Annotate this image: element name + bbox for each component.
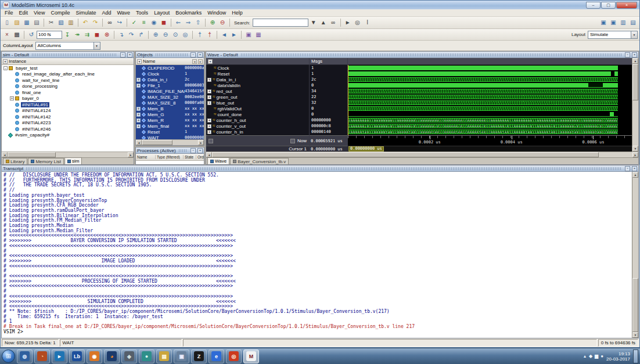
drag-handle[interactable] <box>26 167 622 170</box>
tree-item[interactable]: final_one <box>2 89 134 96</box>
restart-icon[interactable]: ↺ <box>27 30 36 39</box>
instance-column-header[interactable]: ▼ Instance <box>2 58 134 65</box>
scroll-right-icon[interactable]: ► <box>198 140 204 145</box>
taskbar-app-icon-13[interactable]: ◎ <box>226 349 242 363</box>
wave-close-button[interactable]: × <box>632 52 637 57</box>
waveform-row[interactable] <box>348 100 632 106</box>
leaf-names-icon[interactable]: ▣ <box>244 30 253 39</box>
wave-canvas[interactable]: (00000000)(00000000)(00000000)(00000000)… <box>348 58 632 152</box>
menu-item-help[interactable]: Help <box>229 10 246 16</box>
tree-item[interactable]: wait_for_next_line <box>2 77 134 84</box>
close-button[interactable]: × <box>616 2 637 9</box>
filter-icon[interactable]: ▼ <box>137 59 142 64</box>
expand-window-icon[interactable]: ▩ <box>12 30 21 39</box>
run-length-input[interactable] <box>37 31 62 39</box>
compile-icon[interactable]: ✓ <box>130 18 139 27</box>
scroll-left-icon[interactable]: ◄ <box>136 140 142 145</box>
prev-cursor-icon[interactable]: ◄ <box>220 30 229 39</box>
transcript-dock-button[interactable]: ▫ <box>625 166 630 171</box>
filter-icon[interactable]: ▼ <box>3 59 8 64</box>
drag-handle[interactable] <box>156 53 188 56</box>
search-input[interactable] <box>253 19 308 27</box>
scrollbar-thumb[interactable] <box>142 140 172 145</box>
sim-horizontal-scrollbar[interactable]: ◄ ► <box>2 152 134 157</box>
tree-item[interactable]: #INITIAL#223 <box>2 120 134 127</box>
tab-memory-list[interactable]: Memory List <box>28 158 64 164</box>
tree-item[interactable]: +bayer_0 <box>2 96 134 102</box>
objects-row[interactable]: +Mem_Gxx xx xx <box>136 111 204 117</box>
expand-icon[interactable]: + <box>207 124 211 128</box>
delete-cursor-icon[interactable]: † <box>205 30 214 39</box>
processes-panel-header[interactable]: Processes (Active) ▫ × <box>136 147 204 154</box>
expand-icon[interactable]: + <box>207 89 211 93</box>
transcript-console[interactable]: # // DISCLOSURE UNDER THE FREEDOM OF INF… <box>2 172 632 338</box>
objects-header-button-1[interactable]: ◂ <box>192 59 197 64</box>
processes-close-button[interactable]: × <box>197 148 203 153</box>
objects-row[interactable]: +WAIT00000000 <box>136 135 204 139</box>
processes-column-3[interactable]: State <box>184 155 196 159</box>
tray-icon-3[interactable]: ● <box>601 354 603 359</box>
transcript-prompt[interactable]: VSIM 2> <box>3 330 632 335</box>
maximize-button[interactable]: ▢ <box>601 2 616 9</box>
tray-icon-1[interactable]: ◆ <box>589 354 592 359</box>
expand-icon[interactable]: + <box>136 113 141 117</box>
expand-icon[interactable]: + <box>136 78 141 82</box>
env-up-icon[interactable]: ⇧ <box>193 18 203 27</box>
tree-item[interactable]: #INITIAL#124 <box>2 108 134 114</box>
drag-handle[interactable] <box>241 53 622 56</box>
scroll-down-icon[interactable]: ▼ <box>632 332 638 338</box>
waveform-row[interactable] <box>348 77 632 82</box>
objects-row[interactable]: +Mem_finalxx xx xx <box>136 123 204 129</box>
zoom-range-icon[interactable]: ◎ <box>181 30 190 39</box>
clear-transcript-icon[interactable]: × <box>2 30 12 39</box>
print-icon[interactable]: ▤ <box>32 18 41 27</box>
find-icon[interactable]: ∞ <box>105 18 114 27</box>
transcript-vertical-scrollbar[interactable]: ▲ ▼ <box>632 172 638 338</box>
env-back-icon[interactable]: ⇐ <box>174 18 183 27</box>
menu-item-compile[interactable]: Compile <box>48 10 73 16</box>
taskbar-app-icon-10[interactable]: ▣ <box>174 349 189 363</box>
waveform-row[interactable]: (00000000)(00000000)(00000000)(00000000)… <box>348 117 632 123</box>
objects-row[interactable]: +Mem_Bxx xx xx <box>136 106 204 111</box>
tray-icon-2[interactable]: ▆ <box>595 354 598 359</box>
waveform-row[interactable] <box>348 94 632 100</box>
tree-item[interactable]: read_image_delay_after_each_line <box>2 71 134 78</box>
collapse-icon[interactable]: - <box>3 66 8 70</box>
expand-icon[interactable]: + <box>207 78 211 82</box>
cut-icon[interactable]: ✂ <box>46 18 56 27</box>
objects-row[interactable]: +Clock1 <box>136 71 204 77</box>
expand-icon[interactable]: + <box>207 130 211 134</box>
objects-column-header[interactable]: ▼ Name ◂ ▸ <box>136 58 204 65</box>
redo-icon[interactable]: ↷ <box>91 18 100 27</box>
chevron-down-icon[interactable]: ▼ <box>94 42 100 49</box>
taskbar-app-icon-7[interactable]: ◆ <box>121 349 137 363</box>
copy-icon[interactable]: ▧ <box>56 18 66 27</box>
search-options-icon[interactable]: ∞ <box>329 18 338 27</box>
taskbar-app-icon-8[interactable]: ● <box>139 349 154 363</box>
grid-config-icon[interactable]: ▦ <box>254 30 263 39</box>
waveform-row[interactable] <box>348 106 632 111</box>
internet-explorer-icon[interactable]: e <box>208 349 224 363</box>
taskbar-app-icon-3[interactable]: ► <box>52 349 67 363</box>
sim-close-button[interactable]: × <box>127 52 132 57</box>
processes-column-1[interactable]: Name <box>136 155 156 159</box>
step-into-icon[interactable]: ↴ <box>117 30 126 39</box>
wave-signal-name[interactable]: ≈rgbValidOut <box>206 106 309 111</box>
sim-dock-button[interactable]: ▫ <box>120 52 125 57</box>
processes-column-2[interactable]: Type (filtered) <box>156 155 184 159</box>
run-icon[interactable]: ↧ <box>63 30 72 39</box>
taskbar-app-icon-1[interactable]: ◍ <box>17 349 33 363</box>
taskbar-app-icon-11[interactable]: Z <box>191 349 207 363</box>
tab-library[interactable]: Library <box>3 158 27 164</box>
remove-selected-icon[interactable]: ⊖ <box>218 18 227 27</box>
step-over-icon[interactable]: ↷ <box>127 30 136 39</box>
tab-wave[interactable]: Wave <box>207 157 229 164</box>
scroll-up-icon[interactable]: ▲ <box>632 58 638 64</box>
wave-signal-name[interactable]: +≈counter_h_out <box>206 117 309 123</box>
menu-item-window[interactable]: Window <box>204 10 229 16</box>
msgs-header[interactable]: Msgs <box>310 58 347 65</box>
open-folder-icon[interactable]: ▨ <box>12 18 21 27</box>
waveform-row[interactable] <box>348 65 632 71</box>
filter-icon[interactable]: ▼ <box>208 59 213 64</box>
tab-bayer-conversion-tb-v[interactable]: Bayer_Conversion_tb.v <box>230 158 289 164</box>
